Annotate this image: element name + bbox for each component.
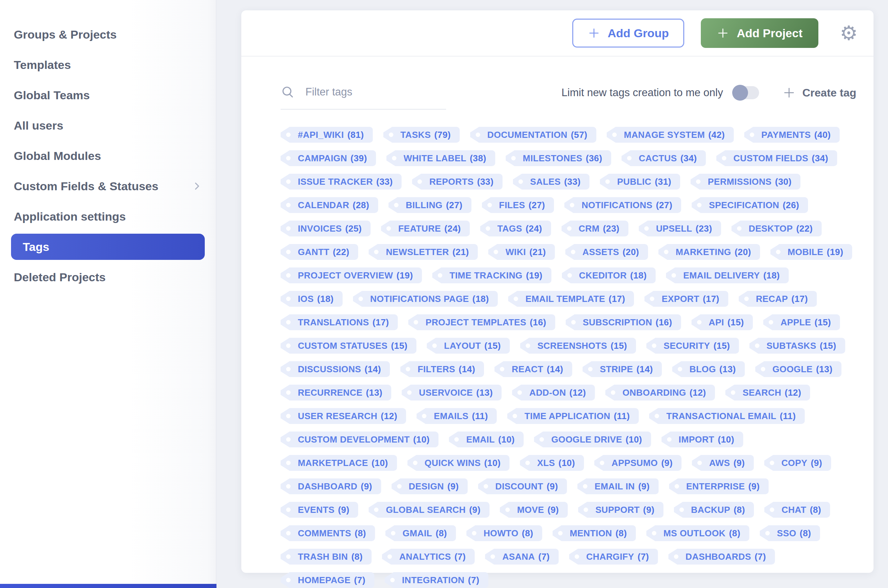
gear-icon[interactable]: ⚙︎ <box>840 23 858 43</box>
tag-pill[interactable]: UPSELL 23 <box>639 220 721 237</box>
tag-pill[interactable]: SSO 8 <box>760 525 820 541</box>
tag-pill[interactable]: ANALYTICS 7 <box>382 549 475 565</box>
tag-pill[interactable]: TIME TRACKING 19 <box>432 267 552 284</box>
filter-tags-input[interactable]: Filter tags <box>280 85 446 110</box>
tag-pill[interactable]: LAYOUT 15 <box>427 338 510 354</box>
tag-pill[interactable]: FILTERS 14 <box>400 361 484 377</box>
tag-pill[interactable]: EVENTS 9 <box>280 502 358 518</box>
tag-pill[interactable]: CUSTOM DEVELOPMENT 10 <box>280 432 438 447</box>
tag-pill[interactable]: DESIGN 9 <box>392 478 468 494</box>
tag-pill[interactable]: WHITE LABEL 38 <box>386 150 495 166</box>
tag-pill[interactable]: TIME APPLICATION 11 <box>507 408 638 424</box>
tag-pill[interactable]: API 15 <box>692 314 753 330</box>
tag-pill[interactable]: STRIPE 14 <box>583 361 662 377</box>
tag-pill[interactable]: MS OUTLOOK 8 <box>646 525 749 541</box>
tag-pill[interactable]: EMAIL 10 <box>449 432 524 447</box>
tag-pill[interactable]: DOCUMENTATION 57 <box>470 127 596 143</box>
tag-pill[interactable]: EMAIL IN 9 <box>578 478 659 494</box>
tag-pill[interactable]: SUBTASKS 15 <box>749 338 845 354</box>
tag-pill[interactable]: PROJECT OVERVIEW 19 <box>280 267 422 284</box>
sidebar-item-custom-fields-statuses[interactable]: Custom Fields & Statuses <box>0 171 216 201</box>
sidebar-item-tags[interactable]: Tags <box>11 234 205 260</box>
tag-pill[interactable]: CRM 23 <box>561 220 628 237</box>
tag-pill[interactable]: CACTUS 34 <box>621 150 706 166</box>
tag-pill[interactable]: CKEDITOR 18 <box>562 267 656 284</box>
tag-pill[interactable]: FEATURE 24 <box>381 220 470 237</box>
tag-pill[interactable]: CHARGIFY 7 <box>569 549 658 565</box>
tag-pill[interactable]: SUBSCRIPTION 16 <box>566 314 681 330</box>
tag-pill[interactable]: BLOG 13 <box>672 361 745 377</box>
tag-pill[interactable]: TRANSACTIONAL EMAIL 11 <box>649 408 805 424</box>
tag-pill[interactable]: EMAIL DELIVERY 18 <box>666 267 789 284</box>
tag-pill[interactable]: INVOICES 25 <box>280 220 370 237</box>
tag-pill[interactable]: TASKS 79 <box>383 127 460 143</box>
sidebar-item-deleted-projects[interactable]: Deleted Projects <box>0 262 216 292</box>
tag-pill[interactable]: REPORTS 33 <box>412 174 502 190</box>
tag-pill[interactable]: TAGS 24 <box>480 220 551 237</box>
tag-pill[interactable]: TRANSLATIONS 17 <box>280 314 398 330</box>
tag-pill[interactable]: WIKI 21 <box>488 244 555 260</box>
tag-pill[interactable]: EXPORT 17 <box>644 291 728 307</box>
tag-pill[interactable]: HOMEPAGE 7 <box>280 572 374 588</box>
sidebar-item-global-modules[interactable]: Global Modules <box>0 141 216 171</box>
tag-pill[interactable]: ISSUE TRACKER 33 <box>280 174 402 190</box>
tag-pill[interactable]: IOS 18 <box>280 291 343 307</box>
tag-pill[interactable]: BILLING 27 <box>388 197 472 213</box>
tag-pill[interactable]: PERMISSIONS 30 <box>690 174 801 190</box>
tag-pill[interactable]: REACT 14 <box>494 361 572 377</box>
tag-pill[interactable]: ASANA 7 <box>485 549 558 565</box>
tag-pill[interactable]: HOWTO 8 <box>466 525 542 541</box>
tag-pill[interactable]: GOOGLE 13 <box>755 361 842 377</box>
tag-pill[interactable]: GMAIL 8 <box>386 525 456 541</box>
tag-pill[interactable]: GANTT 22 <box>280 244 358 260</box>
tag-pill[interactable]: SEARCH 12 <box>725 385 810 400</box>
tag-pill[interactable]: APPLE 15 <box>763 314 840 330</box>
tag-pill[interactable]: RECAP 17 <box>739 291 817 307</box>
tag-pill[interactable]: ENTERPRISE 9 <box>669 478 769 494</box>
tag-pill[interactable]: PROJECT TEMPLATES 16 <box>408 314 555 330</box>
tag-pill[interactable]: SECURITY 15 <box>646 338 739 354</box>
tag-pill[interactable]: MOBILE 19 <box>771 244 852 260</box>
tag-pill[interactable]: EMAILS 11 <box>416 408 497 424</box>
tag-pill[interactable]: DISCUSSIONS 14 <box>280 361 390 377</box>
tag-pill[interactable]: ADD-ON 12 <box>512 385 595 400</box>
tag-pill[interactable]: USER RESEARCH 12 <box>280 408 406 424</box>
add-project-button[interactable]: Add Project <box>701 18 818 48</box>
tag-pill[interactable]: ONBOARDING 12 <box>605 385 715 400</box>
tag-pill[interactable]: APPSUMO 9 <box>594 455 681 471</box>
tag-pill[interactable]: CUSTOM STATUSES 15 <box>280 338 416 354</box>
tag-pill[interactable]: NOTIFICATIONS PAGE 18 <box>353 291 498 307</box>
tag-pill[interactable]: SALES 33 <box>513 174 590 190</box>
sidebar-item-application-settings[interactable]: Application settings <box>0 201 216 232</box>
tag-pill[interactable]: COMMENTS 8 <box>280 525 375 541</box>
tag-pill[interactable]: CAMPAIGN 39 <box>280 150 376 166</box>
tag-pill[interactable]: GLOBAL SEARCH 9 <box>369 502 489 518</box>
tag-pill[interactable]: EMAIL TEMPLATE 17 <box>508 291 634 307</box>
tag-pill[interactable]: DASHBOARDS 7 <box>668 549 775 565</box>
tag-pill[interactable]: NEWSLETTER 21 <box>369 244 478 260</box>
tag-pill[interactable]: SPECIFICATION 26 <box>692 197 808 213</box>
tag-pill[interactable]: MANAGE SYSTEM 42 <box>607 127 734 143</box>
sidebar-item-templates[interactable]: Templates <box>0 50 216 80</box>
tag-pill[interactable]: NOTIFICATIONS 27 <box>564 197 681 213</box>
tag-pill[interactable]: BACKUP 8 <box>674 502 754 518</box>
tag-pill[interactable]: USERVOICE 13 <box>402 385 502 400</box>
tag-pill[interactable]: PAYMENTS 40 <box>744 127 840 143</box>
sidebar-item-global-teams[interactable]: Global Teams <box>0 80 216 110</box>
tag-pill[interactable]: FILES 27 <box>482 197 554 213</box>
tag-pill[interactable]: COPY 9 <box>764 455 831 471</box>
tag-pill[interactable]: #API_WIKI 81 <box>280 127 373 143</box>
sidebar-item-all-users[interactable]: All users <box>0 110 216 141</box>
tag-pill[interactable]: DASHBOARD 9 <box>280 478 381 494</box>
tag-pill[interactable]: CUSTOM FIELDS 34 <box>716 150 837 166</box>
tag-pill[interactable]: CHAT 8 <box>764 502 830 518</box>
create-tag-button[interactable]: Create tag <box>783 86 856 99</box>
sidebar-item-groups-projects[interactable]: Groups & Projects <box>0 19 216 50</box>
limit-toggle[interactable] <box>733 86 759 99</box>
tag-pill[interactable]: PUBLIC 31 <box>600 174 680 190</box>
tag-pill[interactable]: TRASH BIN 8 <box>280 549 372 565</box>
tag-pill[interactable]: MOVE 9 <box>500 502 568 518</box>
tag-pill[interactable]: DESKTOP 22 <box>732 220 822 237</box>
tag-pill[interactable]: GOOGLE DRIVE 10 <box>534 432 651 447</box>
tag-pill[interactable]: MENTION 8 <box>553 525 636 541</box>
